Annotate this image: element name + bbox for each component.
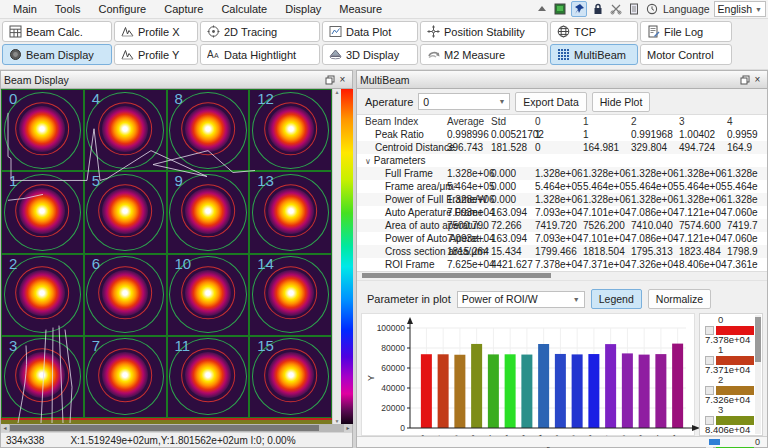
cell-value xyxy=(491,154,535,167)
collapse-toolbar-icon[interactable] xyxy=(535,2,549,16)
cell-value: 7.060e xyxy=(727,232,767,245)
beam-cell-12[interactable]: 12 xyxy=(249,89,332,171)
scissors-icon[interactable] xyxy=(609,2,623,16)
beam-spot xyxy=(185,106,231,152)
menu-item-configure[interactable]: Configure xyxy=(90,3,156,15)
close-icon[interactable]: × xyxy=(336,74,349,86)
monitor-icon[interactable] xyxy=(553,2,567,16)
pin-icon[interactable] xyxy=(571,1,587,17)
cell-value: 1798.9 xyxy=(727,245,767,258)
beam-cell-6[interactable]: 6 xyxy=(84,254,167,336)
menu-item-calculate[interactable]: Calculate xyxy=(212,3,276,15)
beam-cell-3[interactable]: 3 xyxy=(1,336,84,418)
menu-item-main[interactable]: Main xyxy=(4,3,46,15)
float-panel-icon[interactable] xyxy=(738,74,751,86)
beam-cell-11[interactable]: 11 xyxy=(167,336,250,418)
collapse-caret-icon[interactable]: ∨ xyxy=(365,157,374,166)
2d-tracing-button[interactable]: 2D Tracing xyxy=(200,21,320,42)
tcp-button[interactable]: TCP xyxy=(550,21,638,42)
scroll-thumb[interactable] xyxy=(362,273,551,278)
bar-15 xyxy=(672,344,683,428)
legend-button[interactable]: Legend xyxy=(591,289,642,309)
vertical-scrollbar[interactable]: ▲▼ xyxy=(332,89,341,424)
scroll-left-arrow[interactable]: ◄ xyxy=(1,424,9,432)
beam-image[interactable]: 0481215913261014371115 xyxy=(1,89,332,424)
beam-spot xyxy=(19,270,65,316)
close-icon[interactable]: × xyxy=(751,74,764,86)
legend-value: 7.371e+04 xyxy=(705,365,754,375)
bar-12 xyxy=(622,353,633,428)
m2-measure-button[interactable]: M2 Measure xyxy=(420,44,548,65)
motor-control-button[interactable]: Motor Control xyxy=(640,44,732,65)
data-plot-button[interactable]: Data Plot xyxy=(322,21,418,42)
cell-value: 7.101e+04 xyxy=(583,206,631,219)
scroll-right-arrow[interactable]: ► xyxy=(344,424,352,432)
beam-cell-13[interactable]: 13 xyxy=(249,171,332,253)
table-row[interactable]: Centroid Distance396.743181.5280164.9813… xyxy=(357,141,767,154)
parameter-select[interactable]: Power of ROI/W▼ xyxy=(457,291,585,308)
scroll-thumb[interactable] xyxy=(709,439,720,445)
cell-value: 0.000 xyxy=(491,180,535,193)
hide-plot-button[interactable]: Hide Plot xyxy=(592,92,651,112)
clock-icon[interactable] xyxy=(645,2,659,16)
beam-calc--button[interactable]: Beam Calc. xyxy=(2,21,112,42)
cell-value: 5.464e+05 xyxy=(583,180,631,193)
file-log-button[interactable]: File Log xyxy=(640,21,732,42)
profile-y-button[interactable]: Profile Y xyxy=(114,44,198,65)
cell-value: 5.464e+05 xyxy=(447,180,491,193)
profile-x-button[interactable]: Profile X xyxy=(114,21,198,42)
menu-item-tools[interactable]: Tools xyxy=(46,3,90,15)
menu-item-capture[interactable]: Capture xyxy=(155,3,212,15)
table-horizontal-scrollbar[interactable] xyxy=(357,272,767,281)
file-icon[interactable] xyxy=(627,2,641,16)
beam-cell-1[interactable]: 1 xyxy=(1,171,84,253)
horizontal-scrollbar[interactable]: ◄ ► xyxy=(1,424,352,432)
table-row[interactable]: Auto Aperature Frame7.093e+04163.0947.09… xyxy=(357,206,767,219)
beam-cell-9[interactable]: 9 xyxy=(167,171,250,253)
beam-cell-5[interactable]: 5 xyxy=(84,171,167,253)
table-row[interactable]: Peak Ratio0.9989960.00521702110.9919681.… xyxy=(357,128,767,141)
legend-value: 7.378e+04 xyxy=(705,335,754,345)
beam-cell-7[interactable]: 7 xyxy=(84,336,167,418)
table-row[interactable]: Cross section area/μm²1815.26415.4341799… xyxy=(357,245,767,258)
legend-scrollbar[interactable] xyxy=(755,315,761,434)
table-row[interactable]: Full Frame1.328e+060.0001.328e+061.328e+… xyxy=(357,167,767,180)
beam-cell-8[interactable]: 8 xyxy=(167,89,250,171)
normalize-button[interactable]: Normalize xyxy=(648,289,711,309)
beam-index-label: 10 xyxy=(175,255,192,272)
table-row[interactable]: Power of Full Frame/W1.328e+060.0001.328… xyxy=(357,193,767,206)
cell-value: 1.328e+06 xyxy=(535,167,583,180)
scroll-thumb[interactable] xyxy=(10,425,319,431)
table-row[interactable]: Area of auto aperatur...7500.79072.26674… xyxy=(357,219,767,232)
beam-cell-14[interactable]: 14 xyxy=(249,254,332,336)
position-stability-button[interactable]: Position Stability xyxy=(420,21,548,42)
lock-icon[interactable] xyxy=(591,2,605,16)
bar-0 xyxy=(421,354,432,428)
beam-display-button[interactable]: Beam Display xyxy=(2,44,112,65)
beam-cell-0[interactable]: 0 xyxy=(1,89,84,171)
menu-item-display[interactable]: Display xyxy=(276,3,330,15)
bar-13 xyxy=(639,355,650,428)
table-row[interactable]: Frame area/μm²5.464e+050.0005.464e+055.4… xyxy=(357,180,767,193)
float-panel-icon[interactable] xyxy=(323,74,336,86)
language-select[interactable]: English▼ xyxy=(714,1,766,17)
cell-value: 7410.040 xyxy=(631,219,679,232)
beam-index-label: 0 xyxy=(9,90,17,107)
multibeam-button[interactable]: MultiBeam xyxy=(550,44,638,65)
menu-item-measure[interactable]: Measure xyxy=(330,3,391,15)
row-label: Cross section area/μm² xyxy=(357,245,447,258)
aperture-select[interactable]: 0▼ xyxy=(418,93,510,110)
bottom-scrollbar[interactable]: 0 xyxy=(357,436,767,447)
scroll-thumb[interactable] xyxy=(755,317,761,362)
beam-cell-10[interactable]: 10 xyxy=(167,254,250,336)
data-hightlight-button[interactable]: AAData Hightlight xyxy=(200,44,320,65)
table-row[interactable]: ∨Parameters xyxy=(357,154,767,167)
beam-cell-4[interactable]: 4 xyxy=(84,89,167,171)
3d-display-button[interactable]: 3D Display xyxy=(322,44,418,65)
table-row[interactable]: ROI Frame7.625e+044421.6277.378e+047.371… xyxy=(357,258,767,271)
row-label: Power of Full Frame/W xyxy=(357,193,447,206)
beam-cell-15[interactable]: 15 xyxy=(249,336,332,418)
beam-cell-2[interactable]: 2 xyxy=(1,254,84,336)
export-data-button[interactable]: Export Data xyxy=(515,92,586,112)
table-row[interactable]: Power of Auto Aperat...7.093e+04163.0947… xyxy=(357,232,767,245)
